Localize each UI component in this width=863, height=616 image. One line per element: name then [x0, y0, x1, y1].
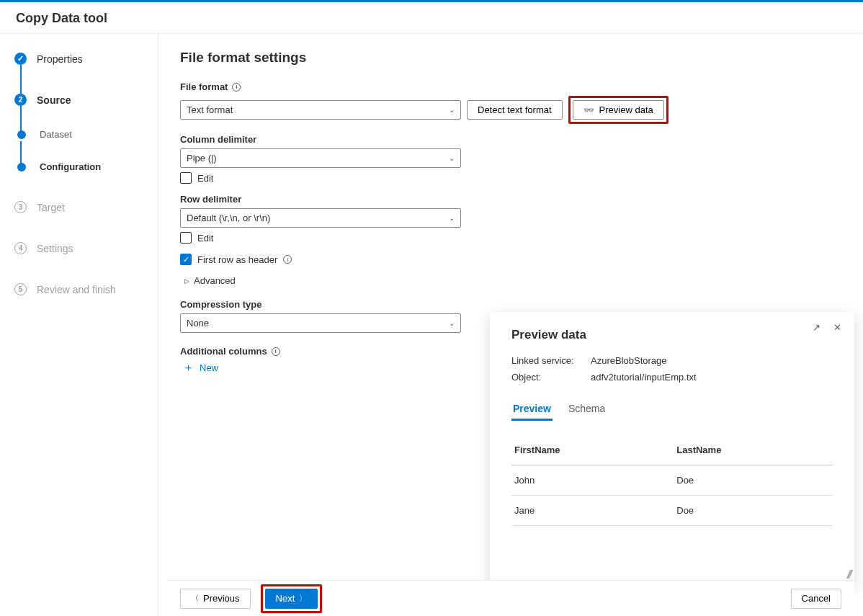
previous-button[interactable]: 〈 Previous: [180, 589, 251, 609]
chevron-down-icon: ⌄: [449, 319, 455, 327]
caret-right-icon: ▷: [184, 277, 189, 285]
step-number-icon: 5: [14, 283, 27, 295]
wizard-sidebar: Properties 2 Source Dataset Configuratio…: [0, 34, 158, 616]
row-delimiter-label: Row delimiter: [180, 194, 841, 205]
linked-service-label: Linked service:: [511, 355, 583, 366]
expand-icon[interactable]: ↗: [813, 322, 820, 333]
compression-type-label: Compression type: [180, 299, 841, 310]
cancel-button[interactable]: Cancel: [791, 589, 841, 609]
preview-data-panel: ↗ ✕ Preview data Linked service: AzureBl…: [490, 312, 854, 584]
chevron-down-icon: ⌄: [449, 154, 455, 162]
chevron-down-icon: ⌄: [449, 214, 455, 222]
detect-text-format-button[interactable]: Detect text format: [467, 100, 563, 120]
next-button[interactable]: Next 〉: [265, 589, 318, 609]
step-number-icon: 2: [14, 94, 27, 106]
row-delimiter-edit-checkbox[interactable]: [180, 232, 192, 244]
column-delimiter-edit-checkbox[interactable]: [180, 172, 192, 184]
highlight-preview-button: 👓 Preview data: [568, 96, 669, 124]
step-source[interactable]: 2 Source: [14, 94, 158, 106]
advanced-toggle[interactable]: ▷ Advanced: [184, 275, 841, 286]
chevron-left-icon: 〈: [191, 593, 199, 604]
chevron-right-icon: 〉: [299, 593, 307, 604]
check-icon: [14, 53, 27, 65]
highlight-next-button: Next 〉: [261, 584, 323, 613]
preview-table: FirstName LastName John Doe Jane Doe: [511, 435, 833, 526]
first-row-header-label: First row as header: [197, 254, 277, 265]
object-value: adfv2tutorial/inputEmp.txt: [591, 372, 697, 383]
page-title: Copy Data tool: [16, 11, 847, 26]
info-icon[interactable]: i: [272, 347, 280, 356]
dot-icon: [17, 163, 26, 171]
chevron-down-icon: ⌄: [449, 106, 455, 114]
dot-icon: [17, 130, 26, 139]
file-format-label: File format i: [180, 81, 841, 92]
object-label: Object:: [511, 372, 583, 383]
column-header: LastName: [674, 435, 833, 465]
edit-label: Edit: [197, 233, 213, 244]
info-icon[interactable]: i: [283, 255, 292, 264]
column-delimiter-label: Column delimiter: [180, 134, 841, 145]
section-heading: File format settings: [180, 50, 841, 66]
step-number-icon: 3: [14, 201, 27, 213]
step-target[interactable]: 3 Target: [14, 201, 158, 213]
compression-type-select[interactable]: None ⌄: [180, 313, 461, 333]
wizard-footer: 〈 Previous Next 〉 Cancel: [167, 580, 854, 616]
column-delimiter-select[interactable]: Pipe (|) ⌄: [180, 148, 461, 168]
tab-schema[interactable]: Schema: [567, 398, 607, 421]
row-delimiter-select[interactable]: Default (\r,\n, or \r\n) ⌄: [180, 208, 461, 228]
substep-configuration[interactable]: Configuration: [16, 161, 158, 172]
linked-service-value: AzureBlobStorage: [591, 355, 667, 366]
first-row-header-checkbox[interactable]: ✓: [180, 254, 192, 265]
file-format-select[interactable]: Text format ⌄: [180, 100, 461, 120]
preview-data-button[interactable]: 👓 Preview data: [573, 100, 664, 120]
substep-dataset[interactable]: Dataset: [16, 129, 158, 140]
column-header: FirstName: [511, 435, 674, 465]
edit-label: Edit: [197, 173, 213, 184]
step-properties[interactable]: Properties: [14, 53, 158, 65]
step-number-icon: 4: [14, 242, 27, 254]
close-icon[interactable]: ✕: [833, 322, 841, 333]
panel-title: Preview data: [511, 328, 833, 342]
info-icon[interactable]: i: [232, 83, 241, 91]
step-settings[interactable]: 4 Settings: [14, 242, 158, 254]
table-row: Jane Doe: [511, 496, 833, 526]
table-row: John Doe: [511, 465, 833, 496]
plus-icon: ＋: [183, 361, 194, 375]
tab-preview[interactable]: Preview: [511, 398, 553, 421]
step-review[interactable]: 5 Review and finish: [14, 283, 158, 295]
glasses-icon: 👓: [583, 105, 594, 115]
main-content: File format settings File format i Text …: [158, 34, 863, 616]
